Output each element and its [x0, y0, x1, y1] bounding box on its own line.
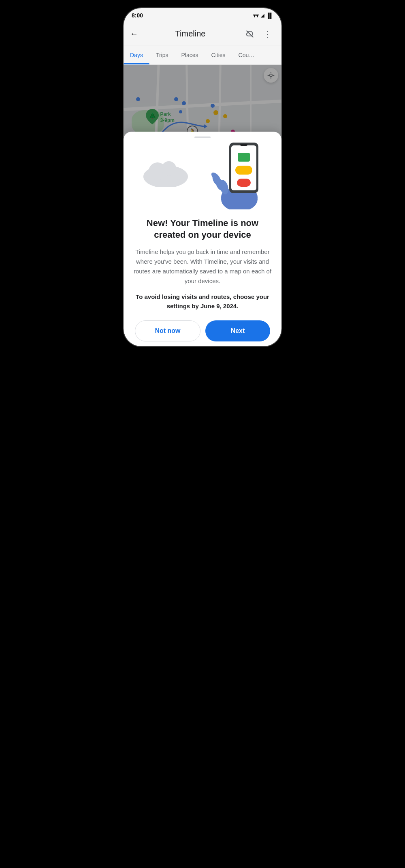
- signal-icon: ◢: [261, 13, 264, 18]
- map-dot: [213, 110, 218, 115]
- sheet-illustration: [133, 146, 272, 211]
- header-icons: ⋮: [243, 27, 275, 41]
- map-dot: [174, 97, 178, 101]
- sheet-handle: [194, 136, 211, 138]
- map-dot: [211, 104, 215, 108]
- not-now-button[interactable]: Not now: [135, 320, 200, 341]
- svg-point-12: [172, 168, 184, 180]
- svg-point-4: [270, 74, 273, 77]
- next-button[interactable]: Next: [205, 320, 270, 341]
- status-icons: ▾▾ ◢ ▐▌: [253, 13, 273, 19]
- svg-rect-24: [240, 144, 247, 146]
- map-dot: [136, 97, 140, 101]
- cloud-off-icon[interactable]: [243, 27, 257, 41]
- tabs-bar: Days Trips Places Cities Cou…: [124, 45, 281, 65]
- header-title: Timeline: [175, 29, 206, 38]
- map-dot: [179, 110, 182, 113]
- map-dot: [223, 114, 227, 118]
- tab-countries[interactable]: Cou…: [232, 45, 261, 64]
- sheet-title: New! Your Timeline is now created on you…: [133, 218, 272, 241]
- cloud-illustration: [141, 154, 190, 188]
- svg-rect-21: [238, 153, 250, 162]
- phone-illustration: [211, 141, 268, 211]
- phone-frame: 8:00 ▾▾ ◢ ▐▌ ← Timeline ⋮ Days Trips: [124, 8, 281, 346]
- sheet-warning: To avoid losing visits and routes, choos…: [133, 292, 272, 311]
- svg-line-0: [247, 30, 254, 37]
- tab-places[interactable]: Places: [175, 45, 205, 64]
- svg-rect-23: [237, 179, 251, 187]
- svg-marker-1: [204, 124, 207, 128]
- park-pin: 🌲 Park 3-9pm: [146, 109, 175, 126]
- park-label: Park: [160, 111, 175, 117]
- sheet-description: Timeline helps you go back in time and r…: [133, 247, 272, 286]
- battery-icon: ▐▌: [266, 13, 273, 19]
- more-options-icon[interactable]: ⋮: [260, 27, 275, 41]
- status-bar: 8:00 ▾▾ ◢ ▐▌: [124, 8, 281, 23]
- svg-rect-22: [235, 166, 252, 175]
- map-dot: [182, 101, 186, 105]
- back-button[interactable]: ←: [130, 29, 138, 38]
- svg-text:🌲: 🌲: [149, 113, 156, 119]
- wifi-icon: ▾▾: [253, 13, 259, 19]
- sheet-buttons: Not now Next: [133, 320, 272, 341]
- park-time: 3-9pm: [160, 117, 175, 123]
- tab-trips[interactable]: Trips: [149, 45, 175, 64]
- tab-days[interactable]: Days: [124, 45, 149, 64]
- app-header: ← Timeline ⋮: [124, 23, 281, 45]
- time-display: 8:00: [132, 12, 143, 19]
- locate-me-button[interactable]: [264, 68, 278, 83]
- bottom-sheet: New! Your Timeline is now created on you…: [124, 132, 281, 346]
- tab-cities[interactable]: Cities: [205, 45, 232, 64]
